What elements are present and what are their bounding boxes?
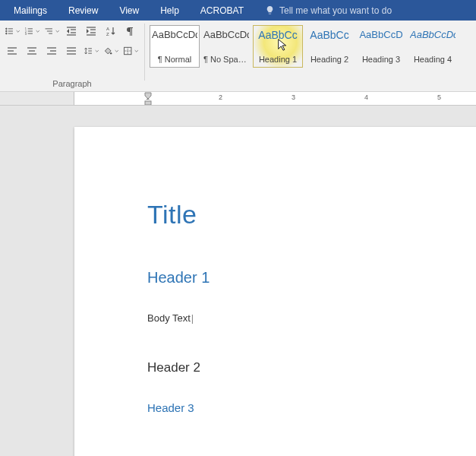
shading-button[interactable]: [103, 43, 118, 59]
show-hide-pilcrow-button[interactable]: [123, 24, 138, 39]
svg-text:Z: Z: [106, 32, 109, 36]
style-preview: AaBbCcDdE: [152, 29, 197, 40]
style-label: ¶ No Spac...: [203, 55, 249, 64]
doc-title[interactable]: Title: [147, 200, 476, 230]
style-heading-2[interactable]: AaBbCc Heading 2: [304, 25, 355, 68]
horizontal-ruler[interactable]: 1 2 3 4 5: [0, 92, 476, 106]
styles-group: AaBbCcDdE ¶ Normal AaBbCcDdE ¶ No Spac..…: [145, 21, 476, 91]
style-preview: AaBbCc: [255, 29, 301, 41]
tab-review[interactable]: Review: [58, 0, 109, 21]
bullets-button[interactable]: [5, 24, 20, 39]
ribbon-tab-bar: Mailings Review View Help ACROBAT Tell m…: [0, 0, 476, 21]
decrease-indent-button[interactable]: [64, 24, 79, 39]
justify-button[interactable]: [64, 43, 79, 59]
style-label: Heading 1: [255, 55, 301, 64]
align-right-button[interactable]: [44, 43, 59, 59]
document-page[interactable]: Title Header 1 Body Text Header 2 Header…: [74, 127, 476, 456]
svg-point-4: [6, 33, 8, 34]
style-no-spacing[interactable]: AaBbCcDdE ¶ No Spac...: [201, 25, 251, 68]
style-label: Heading 4: [410, 55, 456, 64]
svg-point-40: [110, 52, 112, 54]
lightbulb-icon: [265, 5, 275, 15]
sort-button[interactable]: AZ: [103, 24, 118, 39]
doc-heading-1[interactable]: Header 1: [147, 269, 476, 287]
paragraph-group-label: Paragraph: [5, 78, 140, 91]
svg-text:A: A: [106, 27, 109, 31]
align-center-button[interactable]: [24, 43, 39, 59]
document-canvas[interactable]: Title Header 1 Body Text Header 2 Header…: [0, 106, 476, 456]
style-label: ¶ Normal: [152, 55, 197, 64]
style-heading-4[interactable]: AaBbCcDc Heading 4: [408, 25, 458, 68]
tab-acrobat[interactable]: ACROBAT: [190, 0, 254, 21]
style-preview: AaBbCcDc: [410, 29, 456, 40]
increase-indent-button[interactable]: [84, 24, 99, 39]
paragraph-group: 123 AZ Paragraph: [0, 21, 144, 91]
svg-text:3: 3: [25, 32, 27, 36]
style-heading-1[interactable]: AaBbCc Heading 1: [253, 25, 303, 68]
chevron-down-icon: [95, 49, 99, 54]
doc-body-text[interactable]: Body Text: [147, 312, 476, 324]
style-label: Heading 2: [307, 55, 352, 64]
tab-mailings[interactable]: Mailings: [3, 0, 58, 21]
ribbon: 123 AZ Paragraph AaBbCcDdE: [0, 21, 476, 92]
tell-me-label: Tell me what you want to do: [279, 5, 392, 16]
doc-heading-2[interactable]: Header 2: [147, 360, 476, 375]
doc-heading-3[interactable]: Header 3: [147, 401, 476, 414]
tell-me-search[interactable]: Tell me what you want to do: [254, 5, 392, 16]
style-preview: AaBbCc: [307, 29, 352, 41]
chevron-down-icon: [16, 29, 20, 34]
multilevel-list-button[interactable]: [44, 24, 59, 39]
styles-gallery: AaBbCcDdE ¶ Normal AaBbCcDdE ¶ No Spac..…: [150, 24, 471, 68]
borders-button[interactable]: [123, 43, 138, 59]
numbering-button[interactable]: 123: [24, 24, 39, 39]
tab-help[interactable]: Help: [150, 0, 190, 21]
chevron-down-icon: [134, 49, 138, 54]
style-preview: AaBbCcD: [358, 29, 404, 40]
style-heading-3[interactable]: AaBbCcD Heading 3: [356, 25, 406, 68]
chevron-down-icon: [55, 29, 59, 34]
align-left-button[interactable]: [5, 43, 20, 59]
tab-view[interactable]: View: [109, 0, 150, 21]
svg-point-2: [6, 30, 8, 32]
chevron-down-icon: [115, 49, 118, 54]
style-label: Heading 3: [358, 55, 404, 64]
style-preview: AaBbCcDdE: [203, 29, 249, 40]
svg-point-0: [6, 28, 8, 30]
svg-rect-44: [145, 101, 151, 105]
indent-marker-icon[interactable]: [144, 92, 152, 106]
chevron-down-icon: [36, 29, 39, 34]
line-spacing-button[interactable]: [84, 43, 99, 59]
style-normal[interactable]: AaBbCcDdE ¶ Normal: [150, 25, 200, 68]
ruler-number: 5: [437, 93, 441, 101]
